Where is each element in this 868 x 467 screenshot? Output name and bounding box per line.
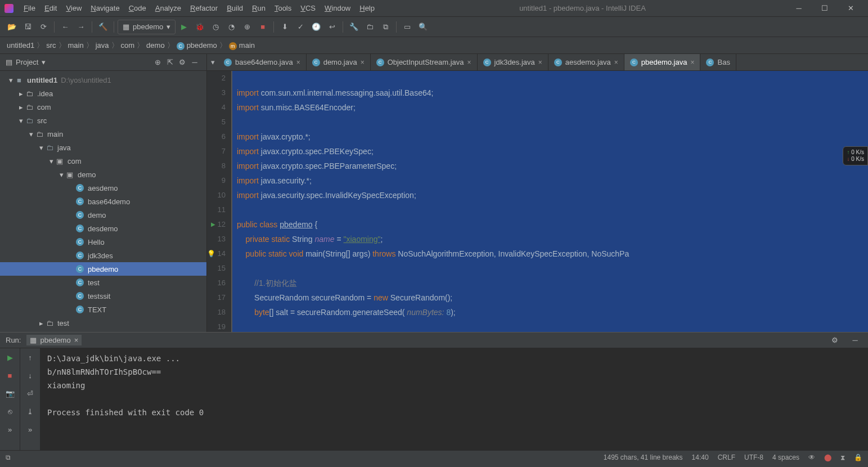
code-line[interactable]: import com.sun.xml.internal.messaging.sa… bbox=[237, 86, 868, 100]
lock-icon[interactable]: 🔒 bbox=[854, 453, 862, 461]
gutter-line[interactable]: 11 bbox=[209, 203, 226, 217]
attach-icon[interactable]: ⊕ bbox=[240, 20, 254, 34]
locate-icon[interactable]: ⊕ bbox=[151, 56, 164, 69]
chevron-right-icon[interactable]: ▸ bbox=[17, 103, 25, 111]
scroll-to-end-icon[interactable]: ⤓ bbox=[24, 405, 37, 418]
tab-dropdown-icon[interactable]: ▾ bbox=[207, 55, 218, 70]
gutter-line[interactable]: 2 bbox=[209, 71, 226, 86]
debug-icon[interactable]: 🐞 bbox=[192, 20, 207, 34]
close-tab-icon[interactable]: × bbox=[361, 59, 365, 66]
run-settings-gear-icon[interactable]: ⚙ bbox=[827, 333, 842, 348]
run-icon[interactable]: ▶ bbox=[177, 20, 191, 34]
tree-row-untitled1[interactable]: ▾■untitled1D:\yos\untitled1 bbox=[0, 73, 206, 87]
gutter-line[interactable]: 13 bbox=[209, 232, 226, 246]
dump-threads-icon[interactable]: 📷 bbox=[3, 387, 17, 400]
scroll-down-icon[interactable]: ↓ bbox=[24, 369, 37, 382]
code-line[interactable]: byte[] salt = secureRandom.generateSeed(… bbox=[237, 305, 868, 320]
gutter-line[interactable]: 6 bbox=[209, 129, 226, 144]
code-line[interactable]: import javax.crypto.*; bbox=[237, 129, 868, 144]
status-indent[interactable]: 4 spaces bbox=[772, 453, 799, 461]
more-icon[interactable]: » bbox=[3, 423, 17, 436]
inspection-icon[interactable]: 👁 bbox=[808, 453, 815, 461]
git-history-icon[interactable]: 🕘 bbox=[309, 20, 323, 34]
tree-row-text[interactable]: CTEXT bbox=[0, 303, 206, 316]
run-tab[interactable]: ▦ pbedemo × bbox=[26, 335, 82, 345]
gutter-line[interactable]: 18 bbox=[209, 305, 226, 320]
settings-gear-icon[interactable]: ⚙ bbox=[176, 56, 188, 69]
run-config-selector[interactable]: ▦ pbedemo ▾ bbox=[118, 20, 176, 34]
gutter-line[interactable]: ▶💡14 bbox=[209, 246, 226, 261]
gutter-line[interactable]: 10 bbox=[209, 188, 226, 203]
editor-tab[interactable]: Cdemo.java× bbox=[307, 54, 371, 71]
hide-run-panel-icon[interactable]: ─ bbox=[848, 333, 862, 348]
console-output[interactable]: D:\Java_jdk\bin\java.exe ... b/nN8lmRNdh… bbox=[41, 348, 868, 450]
search-everywhere-icon[interactable]: 🔍 bbox=[416, 20, 430, 34]
editor-tab[interactable]: Cpbedemo.java× bbox=[624, 54, 701, 71]
gutter-line[interactable]: 19 bbox=[209, 320, 226, 332]
code-editor[interactable]: 234567891011▶1213▶💡141516171819 import c… bbox=[207, 71, 868, 332]
menu-build[interactable]: Build bbox=[222, 2, 248, 15]
tree-row-demo[interactable]: ▾▣demo bbox=[0, 168, 206, 181]
code-line[interactable]: import javax.crypto.spec.PBEKeySpec; bbox=[237, 144, 868, 159]
chevron-down-icon[interactable]: ▾ bbox=[17, 116, 25, 125]
menu-vcs[interactable]: VCS bbox=[296, 2, 320, 15]
breadcrumb-item[interactable]: src bbox=[46, 41, 56, 50]
close-tab-icon[interactable]: × bbox=[690, 59, 694, 66]
breadcrumb-item[interactable]: java bbox=[96, 41, 109, 50]
gutter-line[interactable]: 4 bbox=[209, 100, 226, 115]
settings-icon[interactable]: 🔧 bbox=[347, 20, 361, 34]
tree-row-pbedemo[interactable]: Cpbedemo bbox=[0, 262, 206, 276]
status-line-separator[interactable]: CRLF bbox=[718, 453, 735, 461]
code-line[interactable]: private static String name = "xiaoming"; bbox=[237, 232, 868, 246]
code-line[interactable]: import java.security.*; bbox=[237, 173, 868, 188]
sdk-icon[interactable]: ⧉ bbox=[378, 20, 393, 34]
code-line[interactable] bbox=[237, 71, 868, 86]
tree-row-java[interactable]: ▾🗀java bbox=[0, 141, 206, 154]
more-icon[interactable]: » bbox=[24, 423, 37, 436]
tree-row-base64demo[interactable]: Cbase64demo bbox=[0, 195, 206, 208]
git-commit-icon[interactable]: ✓ bbox=[293, 20, 308, 34]
chevron-down-icon[interactable]: ▾ bbox=[7, 76, 15, 84]
gutter-line[interactable]: 3 bbox=[209, 86, 226, 100]
breadcrumb-item[interactable]: mmain bbox=[229, 41, 255, 50]
tree-row-desdemo[interactable]: Cdesdemo bbox=[0, 222, 206, 235]
editor-tab[interactable]: Cjdk3des.java× bbox=[478, 54, 548, 71]
tree-row-test[interactable]: Ctest bbox=[0, 276, 206, 289]
tree-row-aesdemo[interactable]: Caesdemo bbox=[0, 181, 206, 195]
tree-row-main[interactable]: ▾🗀main bbox=[0, 127, 206, 141]
close-tab-icon[interactable]: × bbox=[296, 59, 300, 66]
menu-tools[interactable]: Tools bbox=[270, 2, 296, 15]
tree-row-jdk3des[interactable]: Cjdk3des bbox=[0, 249, 206, 262]
code-line[interactable] bbox=[237, 203, 868, 217]
code-line[interactable]: import java.security.spec.InvalidKeySpec… bbox=[237, 188, 868, 203]
gutter-line[interactable]: ▶12 bbox=[209, 217, 226, 232]
status-encoding[interactable]: UTF-8 bbox=[744, 453, 763, 461]
tree-row-test[interactable]: ▸🗀test bbox=[0, 316, 206, 330]
code-line[interactable]: SecureRandom secureRandom = new SecureRa… bbox=[237, 290, 868, 305]
tree-row-com[interactable]: ▸🗀com bbox=[0, 100, 206, 114]
chevron-right-icon[interactable]: ▸ bbox=[17, 89, 25, 98]
chevron-right-icon[interactable]: ▸ bbox=[37, 319, 45, 327]
memory-icon[interactable]: ⧗ bbox=[840, 453, 845, 461]
close-tab-icon[interactable]: × bbox=[614, 59, 618, 66]
gutter-line[interactable]: 8 bbox=[209, 159, 226, 173]
tree-row-src[interactable]: ▾🗀src bbox=[0, 114, 206, 127]
menu-file[interactable]: File bbox=[19, 2, 40, 15]
chevron-down-icon[interactable]: ▾ bbox=[37, 143, 45, 152]
editor-tab[interactable]: CBas bbox=[700, 54, 736, 71]
tool-window-quick-icon[interactable]: ⧉ bbox=[6, 453, 11, 461]
minimize-button[interactable]: ─ bbox=[786, 0, 812, 17]
coverage-icon[interactable]: ◷ bbox=[208, 20, 223, 34]
avd-icon[interactable]: ▭ bbox=[400, 20, 415, 34]
menu-view[interactable]: View bbox=[61, 2, 86, 15]
code-content[interactable]: import com.sun.xml.internal.messaging.sa… bbox=[232, 71, 868, 332]
menu-help[interactable]: Help bbox=[355, 2, 379, 15]
soft-wrap-icon[interactable]: ⏎ bbox=[24, 387, 37, 400]
profile-icon[interactable]: ◔ bbox=[224, 20, 239, 34]
close-tab-icon[interactable]: × bbox=[467, 59, 471, 66]
menu-code[interactable]: Code bbox=[124, 2, 151, 15]
breadcrumb-item[interactable]: demo bbox=[146, 41, 165, 50]
status-caret-pos[interactable]: 14:40 bbox=[692, 453, 709, 461]
menu-navigate[interactable]: Navigate bbox=[86, 2, 124, 15]
open-icon[interactable]: 📂 bbox=[5, 20, 19, 34]
